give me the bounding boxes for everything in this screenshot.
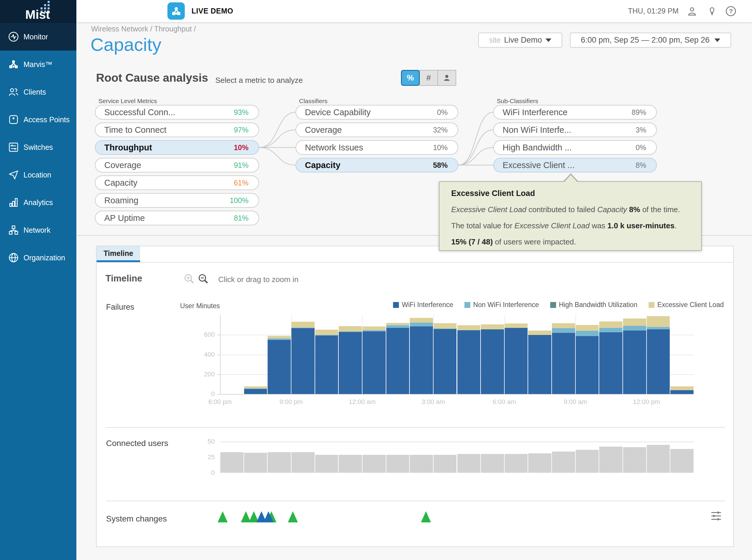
pill-value: 93% — [234, 108, 248, 117]
timeline-heading: Timeline — [105, 273, 142, 284]
failures-bar-segment — [410, 326, 433, 394]
pill-value: 89% — [632, 108, 646, 117]
failures-bar-segment — [433, 328, 457, 329]
pill-label: Coverage — [305, 125, 342, 135]
connected-users-bar — [244, 453, 267, 473]
metric-unit-toggle: %# — [401, 70, 456, 86]
failures-bar-segment — [647, 327, 670, 329]
failures-bar-segment — [552, 328, 575, 333]
legend-item-excessive-client-load[interactable]: Excessive Client Load — [649, 301, 724, 309]
connected-users-bar — [268, 452, 291, 473]
filter-sliders-icon[interactable] — [710, 511, 722, 521]
sidebar: Mist MonitorMarvis™ClientsAccess PointsS… — [0, 0, 76, 560]
pill-value: 100% — [230, 196, 248, 205]
sidebar-item-label: Marvis™ — [23, 60, 53, 69]
failures-bar-segment — [315, 329, 339, 335]
metric-pill-excessive-client[interactable]: Excessive Client ...8% — [493, 158, 657, 173]
failures-bar-segment — [670, 386, 694, 390]
sidebar-item-organization[interactable]: Organization — [0, 244, 76, 272]
pill-label: Capacity — [104, 178, 138, 188]
system-change-marker[interactable] — [218, 511, 228, 522]
metric-pill-network-issues[interactable]: Network Issues10% — [296, 140, 458, 155]
connected-users-bar — [552, 452, 575, 473]
metric-pill-time-to-connect[interactable]: Time to Connect97% — [95, 122, 259, 137]
breadcrumb[interactable]: Wireless Network / Throughput / — [91, 25, 196, 33]
legend-item-wifi-interference[interactable]: WiFi Interference — [393, 301, 453, 309]
connected-users-bar — [528, 453, 551, 473]
pill-label: AP Uptime — [104, 213, 145, 223]
y-tick — [217, 335, 220, 335]
metric-pill-non-wifi-interfe[interactable]: Non WiFi Interfe...3% — [493, 122, 657, 137]
tooltip-line: The total value for Excessive Client Loa… — [451, 221, 689, 231]
x-tick-label: 6:00 am — [487, 398, 522, 406]
metric-pill-roaming[interactable]: Roaming100% — [95, 193, 259, 208]
clients-icon — [8, 86, 19, 98]
pill-value: 91% — [234, 161, 248, 169]
x-tick-label: 6:00 pm — [202, 398, 238, 406]
zoom-in-icon[interactable] — [184, 273, 195, 284]
pill-label: Network Issues — [305, 143, 363, 153]
sidebar-item-clients[interactable]: Clients — [0, 78, 76, 106]
sidebar-item-location[interactable]: Location — [0, 161, 76, 188]
system-change-marker[interactable] — [264, 511, 273, 522]
toggle-count[interactable]: # — [419, 70, 438, 86]
zoom-hint: Click or drag to zoom in — [218, 275, 299, 284]
tooltip-body: Excessive Client Load contributed to fai… — [451, 205, 689, 246]
legend-item-high-bandwidth-utilization[interactable]: High Bandwidth Utilization — [550, 301, 637, 309]
toggle-percent[interactable]: % — [401, 70, 420, 86]
system-change-marker[interactable] — [288, 511, 298, 522]
sidebar-item-network[interactable]: Network — [0, 216, 76, 244]
failures-bar-segment — [647, 329, 670, 394]
failures-bar-segment — [363, 332, 386, 394]
account-icon[interactable] — [687, 0, 698, 22]
pill-value: 3% — [636, 126, 646, 134]
connected-users-bar — [291, 452, 314, 473]
y-tick — [217, 374, 220, 375]
system-change-marker[interactable] — [421, 511, 431, 522]
metric-pill-device-capability[interactable]: Device Capability0% — [296, 105, 458, 120]
site-selector[interactable]: site Live Demo — [478, 33, 562, 47]
column-header: Classifiers — [299, 98, 327, 105]
metric-pill-capacity[interactable]: Capacity61% — [95, 175, 259, 190]
tab-timeline[interactable]: Timeline — [97, 246, 140, 262]
pill-value: 10% — [234, 143, 248, 152]
metric-pill-ap-uptime[interactable]: AP Uptime81% — [95, 211, 259, 225]
sidebar-item-switches[interactable]: Switches — [0, 133, 76, 161]
sidebar-item-monitor[interactable]: Monitor — [0, 23, 76, 51]
svg-text:?: ? — [729, 8, 733, 14]
metric-pill-capacity[interactable]: Capacity58% — [296, 158, 458, 173]
failures-bar-segment — [315, 335, 339, 336]
metric-pill-successful-conn[interactable]: Successful Conn...93% — [95, 105, 259, 120]
failures-bar-segment — [599, 328, 623, 332]
legend-item-non-wifi-interference[interactable]: Non WiFi Interference — [464, 301, 539, 309]
metric-pill-wifi-interference[interactable]: WiFi Interference89% — [493, 105, 657, 120]
help-icon[interactable]: ? — [725, 0, 737, 22]
metric-pill-coverage[interactable]: Coverage91% — [95, 158, 259, 173]
pill-label: Capacity — [305, 160, 341, 170]
metric-pill-high-bandwidth[interactable]: High Bandwidth ...0% — [493, 140, 657, 155]
metric-pill-throughput[interactable]: Throughput10% — [95, 140, 259, 155]
sidebar-item-label: Network — [23, 226, 50, 235]
failures-bar-segment — [623, 326, 646, 331]
root-cause-subtitle: Select a metric to analyze — [215, 76, 303, 85]
switches-icon — [8, 141, 19, 153]
legend-label: WiFi Interference — [402, 301, 453, 309]
failures-bar-segment — [576, 325, 599, 331]
failures-bar-segment — [528, 335, 551, 394]
toggle-affected-users[interactable] — [438, 70, 456, 86]
sidebar-item-analytics[interactable]: Analytics — [0, 188, 76, 216]
sidebar-item-marvis[interactable]: Marvis™ — [0, 51, 76, 78]
sidebar-item-access-points[interactable]: Access Points — [0, 106, 76, 133]
whats-new-bulb-icon[interactable] — [707, 0, 717, 22]
mist-logo[interactable]: Mist — [0, 0, 76, 23]
zoom-out-icon[interactable] — [198, 273, 209, 284]
date-range-selector[interactable]: 6:00 pm, Sep 25 — 2:00 pm, Sep 26 — [570, 33, 731, 47]
monitor-icon — [8, 31, 19, 43]
marvis-app-logo[interactable] — [167, 2, 185, 20]
pill-label: Roaming — [104, 196, 138, 205]
y-axis — [220, 315, 221, 394]
connected-users-bar — [433, 455, 457, 473]
failures-bar-segment — [433, 329, 457, 394]
metric-pill-coverage[interactable]: Coverage32% — [296, 122, 458, 137]
chart-legend: WiFi InterferenceNon WiFi InterferenceHi… — [393, 301, 724, 309]
